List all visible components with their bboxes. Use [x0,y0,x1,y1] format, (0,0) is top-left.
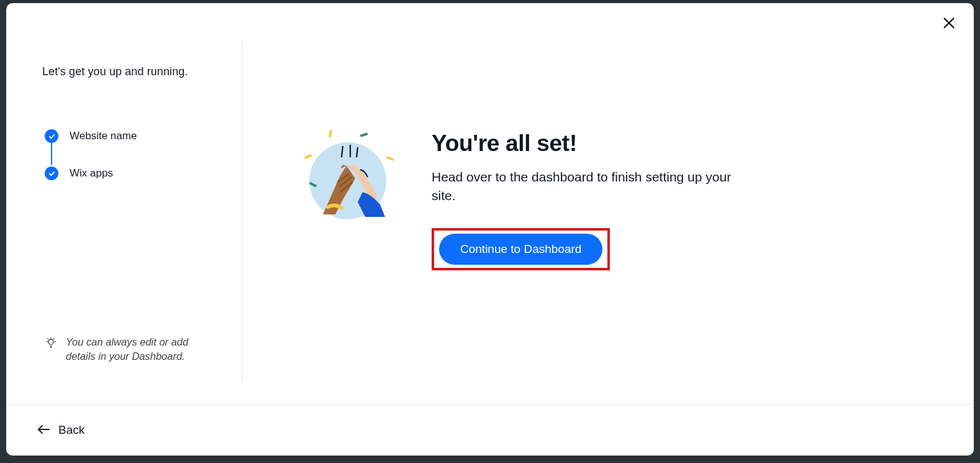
main-content: You're all set! Head over to the dashboa… [242,3,974,404]
cta-highlight: Continue to Dashboard [432,228,610,270]
dashboard-hint: You can always edit or add details in yo… [45,316,211,364]
step-connector [51,141,52,165]
sidebar-title: Let's get you up and running. [42,65,188,78]
continue-to-dashboard-button[interactable]: Continue to Dashboard [439,234,602,265]
step-label: Website name [70,130,137,142]
svg-rect-11 [304,154,312,160]
back-button[interactable]: Back [37,423,84,437]
step-website-name: Website name [45,127,211,145]
high-five-illustration [298,127,397,227]
hint-text: You can always edit or add details in yo… [66,335,211,364]
svg-point-2 [48,339,53,344]
page-heading: You're all set! [432,131,742,157]
step-label: Wix apps [70,167,113,180]
setup-modal: Let's get you up and running. Website na… [6,3,974,456]
arrow-left-icon [37,423,50,437]
modal-footer: Back [6,404,974,456]
onboarding-sidebar: Let's get you up and running. Website na… [6,40,242,382]
svg-line-6 [47,338,48,339]
modal-body: Let's get you up and running. Website na… [6,3,974,404]
page-subtext: Head over to the dashboard to finish set… [432,168,742,206]
svg-rect-14 [360,132,368,137]
svg-line-7 [53,338,54,339]
step-wix-apps: Wix apps [45,165,211,182]
step-list: Website name Wix apps [45,127,211,182]
back-label: Back [58,423,84,437]
svg-rect-15 [386,156,394,161]
step-complete-icon [45,167,58,180]
completion-message: You're all set! Head over to the dashboa… [432,131,742,270]
svg-rect-13 [329,130,332,138]
lightbulb-icon [45,336,57,364]
